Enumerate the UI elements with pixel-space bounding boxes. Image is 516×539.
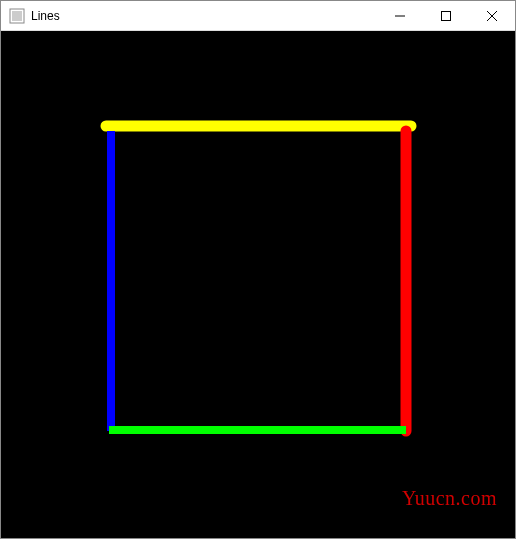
- titlebar[interactable]: Lines: [1, 1, 515, 31]
- app-icon: [9, 8, 25, 24]
- window-title: Lines: [31, 9, 377, 23]
- client-area: Yuucn.com: [1, 31, 515, 538]
- maximize-button[interactable]: [423, 1, 469, 30]
- minimize-button[interactable]: [377, 1, 423, 30]
- app-window: Lines Yuucn.com: [0, 0, 516, 539]
- close-button[interactable]: [469, 1, 515, 30]
- window-controls: [377, 1, 515, 30]
- svg-rect-6: [1, 31, 515, 538]
- svg-rect-3: [442, 11, 451, 20]
- watermark-text: Yuucn.com: [402, 487, 497, 510]
- drawing-canvas: [1, 31, 515, 538]
- svg-rect-1: [12, 11, 22, 21]
